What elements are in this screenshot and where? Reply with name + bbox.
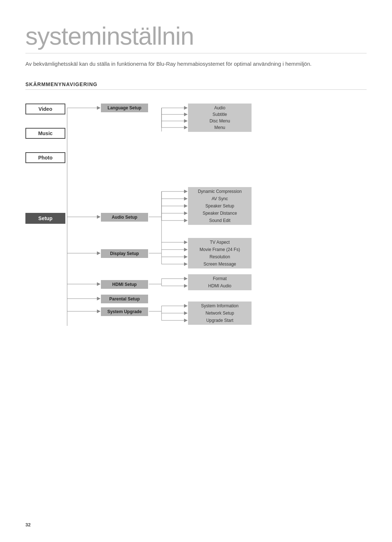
svg-marker-57 — [184, 319, 188, 322]
svg-marker-53 — [184, 304, 188, 308]
section-heading: SKÄRMMENYNAVIGERING — [25, 81, 367, 90]
svg-marker-10 — [97, 282, 101, 286]
svg-marker-8 — [97, 215, 101, 219]
svg-marker-15 — [184, 106, 188, 110]
svg-marker-31 — [184, 211, 188, 215]
main-menu-setup[interactable]: Setup — [25, 213, 65, 224]
svg-marker-37 — [184, 240, 188, 244]
svg-marker-41 — [184, 255, 188, 259]
svg-marker-7 — [97, 106, 101, 110]
mid-audio-setup[interactable]: Audio Setup — [101, 213, 148, 222]
sub-sound-edit[interactable]: Sound Edit — [188, 216, 252, 225]
subtitle-paragraph: Av bekvämlighetsskäl kan du ställa in fu… — [25, 60, 367, 68]
main-menu-photo[interactable]: Photo — [25, 152, 65, 163]
svg-marker-43 — [184, 262, 188, 266]
svg-marker-21 — [184, 126, 188, 129]
svg-marker-17 — [184, 113, 188, 116]
main-menu-video[interactable]: Video — [25, 104, 65, 114]
svg-marker-9 — [97, 251, 101, 255]
svg-marker-25 — [184, 190, 188, 193]
mid-display-setup[interactable]: Display Setup — [101, 249, 148, 258]
svg-marker-27 — [184, 197, 188, 201]
diagram: Video Music Photo Setup Language Setup A… — [25, 101, 352, 351]
svg-marker-29 — [184, 204, 188, 208]
main-menu-music[interactable]: Music — [25, 128, 65, 139]
page-title: systeminställnin — [25, 22, 367, 53]
mid-parental-setup[interactable]: Parental Setup — [101, 295, 148, 303]
svg-marker-12 — [97, 310, 101, 313]
sub-hdmi-audio[interactable]: HDMI Audio — [188, 282, 252, 290]
svg-marker-39 — [184, 248, 188, 251]
page-number: 32 — [25, 522, 30, 527]
svg-marker-47 — [184, 277, 188, 280]
svg-marker-33 — [184, 219, 188, 222]
svg-marker-19 — [184, 119, 188, 123]
sub-upgrade-start[interactable]: Upgrade Start — [188, 316, 252, 325]
svg-marker-55 — [184, 311, 188, 315]
sub-screen-message[interactable]: Screen Message — [188, 260, 252, 268]
mid-hdmi-setup[interactable]: HDMI Setup — [101, 280, 148, 289]
mid-language-setup[interactable]: Language Setup — [101, 104, 148, 112]
mid-system-upgrade[interactable]: System Upgrade — [101, 307, 148, 316]
svg-marker-49 — [184, 284, 188, 288]
svg-marker-11 — [97, 297, 101, 300]
sub-menu[interactable]: Menu — [188, 123, 252, 132]
